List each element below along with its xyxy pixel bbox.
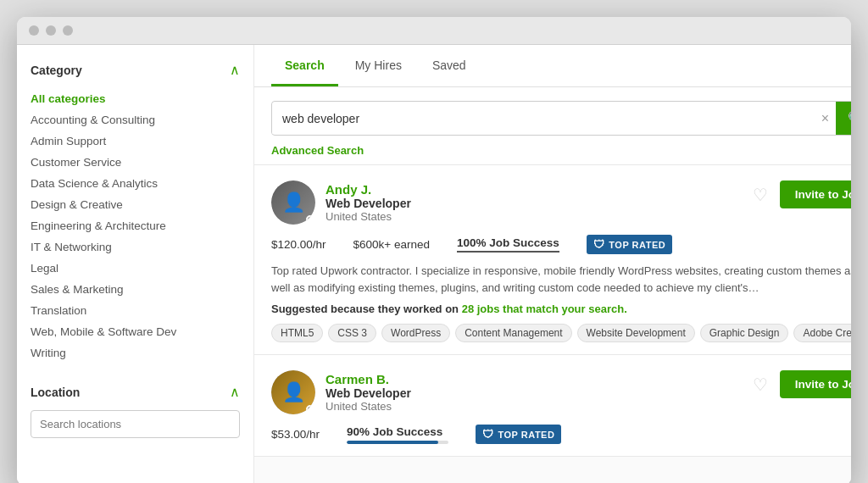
skill-wordpress[interactable]: WordPress (381, 324, 450, 342)
search-input[interactable] (272, 103, 815, 134)
card-profile-carmen: 👤 Carmen B. Web Developer United States (271, 370, 411, 414)
favorite-button-carmen[interactable]: ♡ (749, 371, 771, 398)
card-actions-andy: ♡ Invite to Job (749, 180, 851, 208)
sidebar-item-legal[interactable]: Legal (31, 258, 240, 279)
heart-icon: ♡ (753, 186, 768, 204)
rate-andy: $120.00/hr (271, 238, 326, 251)
card-top-andy: 👤 Andy J. Web Developer United States ♡ (271, 180, 851, 225)
category-chevron-icon[interactable]: ∧ (230, 62, 240, 78)
profile-title-andy: Web Developer (326, 197, 411, 210)
avatar-andy: 👤 (271, 180, 315, 225)
card-top-carmen: 👤 Carmen B. Web Developer United States … (271, 370, 851, 414)
top-rated-badge-andy: 🛡 TOP RATED (587, 235, 672, 254)
location-search-input[interactable] (31, 410, 240, 438)
profile-name-andy[interactable]: Andy J. (326, 182, 411, 197)
search-clear-button[interactable]: × (815, 111, 836, 126)
tab-search[interactable]: Search (271, 45, 338, 86)
suggested-text-andy: Suggested because they worked on 28 jobs… (271, 303, 851, 315)
suggested-label: Suggested because they worked on (271, 303, 459, 315)
sidebar-item-translation[interactable]: Translation (31, 300, 240, 321)
main-content: Search My Hires Saved × 🔍 Advanced Searc… (254, 45, 851, 483)
description-andy: Top rated Upwork contractor. I specializ… (271, 263, 851, 296)
suggested-link-andy[interactable]: 28 jobs that match your search. (462, 303, 627, 315)
freelancer-card-carmen: 👤 Carmen B. Web Developer United States … (254, 355, 851, 457)
profile-location-andy: United States (326, 210, 411, 223)
skill-content-mgmt[interactable]: Content Management (455, 324, 571, 342)
search-bar-section: × 🔍 Advanced Search (254, 87, 851, 165)
card-stats-andy: $120.00/hr $600k+ earned 100% Job Succes… (271, 235, 851, 254)
earned-andy: $600k+ earned (353, 238, 430, 251)
profile-name-carmen[interactable]: Carmen B. (326, 372, 411, 386)
category-section-header: Category ∧ (31, 62, 240, 78)
shield-icon-carmen: 🛡 (482, 428, 494, 441)
sidebar-item-data-science[interactable]: Data Science & Analytics (31, 173, 240, 194)
sidebar-item-sales[interactable]: Sales & Marketing (31, 279, 240, 300)
top-rated-badge-carmen: 🛡 TOP RATED (476, 425, 561, 444)
skill-adobe-cre[interactable]: Adobe Cre (793, 324, 851, 342)
maximize-button[interactable] (63, 25, 73, 36)
skill-graphic-design[interactable]: Graphic Design (700, 324, 789, 342)
sidebar-item-all-categories[interactable]: All categories (31, 88, 240, 109)
location-section: Location ∧ (31, 384, 240, 438)
close-button[interactable] (29, 25, 39, 36)
favorite-button-andy[interactable]: ♡ (749, 181, 771, 208)
profile-location-carmen: United States (326, 400, 411, 413)
job-success-label-andy: 100% Job Success (457, 236, 559, 253)
card-stats-carmen: $53.00/hr 90% Job Success 🛡 TOP RATED (271, 425, 851, 444)
sidebar: Category ∧ All categories Accounting & C… (17, 45, 254, 483)
sidebar-item-writing[interactable]: Writing (31, 342, 240, 364)
profile-info-andy: Andy J. Web Developer United States (326, 182, 411, 223)
job-success-andy: 100% Job Success (457, 236, 559, 253)
sidebar-item-design[interactable]: Design & Creative (31, 194, 240, 215)
heart-icon-carmen: ♡ (753, 375, 768, 394)
job-success-bar-carmen (347, 441, 448, 444)
tabs-bar: Search My Hires Saved (254, 45, 851, 87)
search-icon: 🔍 (848, 110, 851, 126)
invite-button-andy[interactable]: Invite to Job (780, 180, 851, 208)
job-success-label-carmen: 90% Job Success (347, 425, 442, 438)
skill-website-dev[interactable]: Website Development (577, 324, 695, 342)
sidebar-item-it[interactable]: IT & Networking (31, 236, 240, 258)
titlebar (17, 17, 851, 45)
sidebar-item-admin[interactable]: Admin Support (31, 130, 240, 152)
category-list: All categories Accounting & Consulting A… (31, 88, 240, 364)
shield-icon-andy: 🛡 (593, 238, 605, 251)
category-section: Category ∧ All categories Accounting & C… (31, 62, 240, 364)
online-indicator-andy (306, 215, 314, 224)
freelancer-card-andy: 👤 Andy J. Web Developer United States ♡ (254, 165, 851, 355)
card-profile-andy: 👤 Andy J. Web Developer United States (271, 180, 411, 225)
invite-button-carmen[interactable]: Invite to Job (780, 370, 851, 398)
top-rated-label-carmen: TOP RATED (498, 430, 555, 440)
skills-row-andy: HTML5 CSS 3 WordPress Content Management… (271, 324, 851, 342)
job-success-fill-carmen (347, 441, 438, 444)
advanced-search-link[interactable]: Advanced Search (271, 144, 364, 157)
app-window: Category ∧ All categories Accounting & C… (17, 17, 851, 483)
rate-carmen: $53.00/hr (271, 428, 320, 441)
profile-title-carmen: Web Developer (326, 386, 411, 400)
main-layout: Category ∧ All categories Accounting & C… (17, 45, 851, 483)
search-bar-wrap: × 🔍 (271, 101, 851, 136)
skill-html5[interactable]: HTML5 (271, 324, 323, 342)
sidebar-item-customer-service[interactable]: Customer Service (31, 152, 240, 173)
category-section-title: Category (31, 64, 82, 77)
sidebar-item-web-dev[interactable]: Web, Mobile & Software Dev (31, 321, 240, 342)
clear-icon: × (821, 111, 829, 125)
job-success-carmen: 90% Job Success (347, 425, 448, 444)
tab-my-hires[interactable]: My Hires (342, 45, 415, 86)
sidebar-item-engineering[interactable]: Engineering & Architecture (31, 215, 240, 236)
skill-css3[interactable]: CSS 3 (328, 324, 376, 342)
avatar-carmen: 👤 (271, 370, 315, 414)
location-section-header: Location ∧ (31, 384, 240, 400)
search-submit-button[interactable]: 🔍 (836, 102, 851, 135)
top-rated-label-andy: TOP RATED (609, 240, 665, 250)
profile-info-carmen: Carmen B. Web Developer United States (326, 372, 411, 413)
location-chevron-icon[interactable]: ∧ (230, 384, 240, 400)
minimize-button[interactable] (46, 25, 56, 36)
sidebar-item-accounting[interactable]: Accounting & Consulting (31, 109, 240, 130)
location-section-title: Location (31, 386, 80, 399)
card-actions-carmen: ♡ Invite to Job (749, 370, 851, 398)
tab-saved[interactable]: Saved (419, 45, 480, 86)
online-indicator-carmen (306, 405, 314, 414)
